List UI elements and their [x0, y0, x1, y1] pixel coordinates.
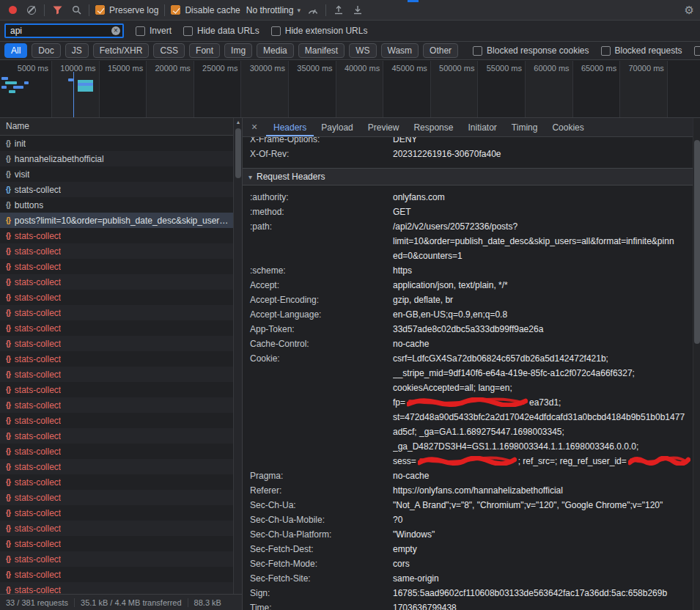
tab-preview[interactable]: Preview: [361, 118, 407, 136]
request-row[interactable]: {}stats-collect: [0, 305, 233, 320]
header-name: Accept-Language:: [250, 307, 393, 322]
request-row[interactable]: {}stats-collect: [0, 551, 233, 567]
tab-timing[interactable]: Timing: [504, 118, 545, 136]
blocked-requests-label: Blocked requests: [615, 45, 682, 56]
request-row[interactable]: {}stats-collect: [0, 228, 233, 243]
request-row[interactable]: {}stats-collect: [0, 505, 233, 521]
request-row[interactable]: {}stats-collect: [0, 413, 233, 428]
request-row[interactable]: {}stats-collect: [0, 243, 233, 259]
request-row[interactable]: {}stats-collect: [0, 336, 233, 351]
request-name: visit: [15, 169, 30, 180]
request-row[interactable]: {}stats-collect: [0, 567, 233, 582]
tab-response[interactable]: Response: [406, 118, 460, 136]
value-text: https: [393, 265, 412, 276]
hide-data-urls-checkbox[interactable]: Hide data URLs: [183, 26, 259, 36]
toolbar-divider: [164, 4, 165, 16]
value-text: /api2/v2/users/20572336/posts?: [393, 221, 517, 232]
header-name: X-Frame-Options:: [250, 137, 393, 147]
overview-strip[interactable]: 5000 ms10000 ms15000 ms20000 ms25000 ms3…: [0, 61, 700, 118]
blocked-requests-checkbox[interactable]: Blocked requests: [601, 45, 682, 56]
type-filter-ws[interactable]: WS: [349, 43, 376, 58]
overview-gridline: [430, 61, 431, 117]
blocked-response-cookies-checkbox[interactable]: Blocked response cookies: [473, 45, 589, 56]
devtools-network-panel: Preserve log Disable cache No throttling…: [0, 0, 700, 610]
filter-icon[interactable]: [51, 4, 64, 17]
type-filter-all[interactable]: All: [4, 43, 27, 58]
scrollbar-thumb[interactable]: [235, 128, 241, 178]
header-value: https: [393, 263, 693, 278]
request-row[interactable]: {}stats-collect: [0, 428, 233, 444]
type-filter-css[interactable]: CSS: [153, 43, 185, 58]
request-row[interactable]: {}buttons: [0, 197, 233, 213]
hide-extension-urls-checkbox[interactable]: Hide extension URLs: [271, 26, 368, 36]
type-filter-media[interactable]: Media: [257, 43, 294, 58]
type-filter-font[interactable]: Font: [189, 43, 220, 58]
clear-filter-icon[interactable]: ×: [111, 26, 120, 35]
value-text: onlyfans.com: [393, 192, 445, 202]
type-filter-doc[interactable]: Doc: [32, 43, 60, 58]
request-row[interactable]: {}posts?limit=10&order=publish_date_desc…: [0, 213, 233, 228]
header-row: Sec-Fetch-Dest:empty: [243, 542, 693, 556]
tab-cookies[interactable]: Cookies: [545, 118, 591, 136]
3rd-party-requests-checkbox[interactable]: 3rd-party requests: [694, 45, 700, 56]
value-text: limit=10&order=publish_date_desc&skip_us…: [393, 236, 674, 246]
tab-headers[interactable]: Headers: [266, 118, 314, 136]
request-headers-section[interactable]: ▾Request Headers: [243, 168, 693, 185]
hide-extension-urls-label: Hide extension URLs: [285, 26, 368, 36]
request-name: stats-collect: [15, 400, 61, 411]
search-icon[interactable]: [70, 4, 83, 17]
tab-payload[interactable]: Payload: [314, 118, 360, 136]
type-filter-wasm[interactable]: Wasm: [381, 43, 419, 58]
request-row[interactable]: {}stats-collect: [0, 582, 233, 594]
request-row[interactable]: {}stats-collect: [0, 274, 233, 290]
request-row[interactable]: {}stats-collect: [0, 290, 233, 305]
request-row[interactable]: {}stats-collect: [0, 444, 233, 459]
request-row[interactable]: {}stats-collect: [0, 490, 233, 505]
request-row[interactable]: {}stats-collect: [0, 351, 233, 367]
throttling-dropdown[interactable]: No throttling ▾: [246, 5, 301, 15]
request-row[interactable]: {}stats-collect: [0, 536, 233, 551]
request-name: stats-collect: [15, 262, 61, 272]
record-button[interactable]: [6, 4, 19, 17]
export-har-icon[interactable]: [351, 4, 364, 17]
value-text: DENY: [393, 137, 417, 144]
request-row[interactable]: {}stats-collect: [0, 521, 233, 536]
tab-initiator[interactable]: Initiator: [460, 118, 504, 136]
details-scrollbar[interactable]: [693, 118, 700, 610]
request-row[interactable]: {}stats-collect: [0, 367, 233, 382]
type-filter-js[interactable]: JS: [65, 43, 89, 58]
request-row[interactable]: {}stats-collect: [0, 259, 233, 274]
header-row: Sec-Fetch-Site:same-origin: [243, 571, 693, 586]
overview-gridline: [194, 61, 194, 117]
request-name: hannahelizabethofficial: [15, 154, 104, 164]
request-row[interactable]: {}visit: [0, 166, 233, 182]
disable-cache-checkbox[interactable]: Disable cache: [171, 5, 240, 15]
header-name: Sign:: [250, 586, 393, 600]
invert-checkbox[interactable]: Invert: [136, 26, 172, 36]
type-filter-manifest[interactable]: Manifest: [298, 43, 345, 58]
request-row[interactable]: {}stats-collect: [0, 459, 233, 474]
type-filter-img[interactable]: Img: [224, 43, 252, 58]
import-har-icon[interactable]: [332, 4, 345, 17]
xhr-braces-icon: {}: [6, 386, 10, 394]
close-icon[interactable]: ×: [243, 118, 266, 136]
request-row[interactable]: {}stats-collect: [0, 382, 233, 397]
waterfall-bar: [13, 86, 23, 89]
settings-gear-icon[interactable]: ⚙: [685, 4, 694, 17]
clear-button[interactable]: [25, 4, 38, 17]
request-list-scrollbar[interactable]: ▲: [233, 118, 242, 594]
request-row[interactable]: {}hannahelizabethofficial: [0, 151, 233, 166]
request-row[interactable]: {}stats-collect: [0, 182, 233, 197]
type-filter-other[interactable]: Other: [423, 43, 458, 58]
preserve-log-checkbox[interactable]: Preserve log: [95, 5, 158, 15]
request-row[interactable]: {}init: [0, 136, 233, 151]
type-filter-fetch-xhr[interactable]: Fetch/XHR: [93, 43, 150, 58]
scrollbar-thumb[interactable]: [694, 140, 700, 344]
request-row[interactable]: {}stats-collect: [0, 474, 233, 490]
request-row[interactable]: {}stats-collect: [0, 397, 233, 413]
request-row[interactable]: {}stats-collect: [0, 320, 233, 336]
filter-input[interactable]: [4, 23, 124, 38]
name-column-header[interactable]: Name: [0, 118, 233, 136]
network-conditions-icon[interactable]: [306, 4, 320, 17]
xhr-braces-icon: {}: [6, 355, 10, 363]
